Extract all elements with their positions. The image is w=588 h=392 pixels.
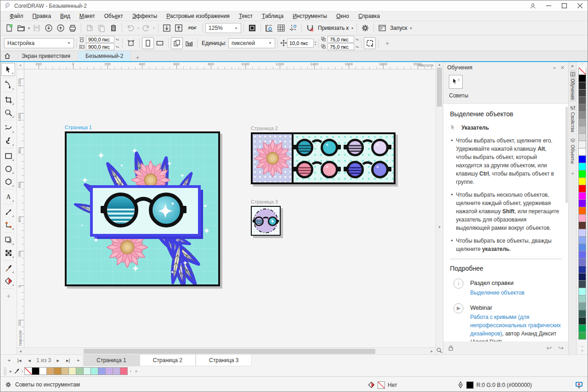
- account-icon[interactable]: [525, 0, 541, 11]
- launch-icon[interactable]: [376, 22, 388, 34]
- export-button[interactable]: [173, 22, 185, 34]
- launch-dropdown-caret[interactable]: ▾: [410, 26, 412, 30]
- docpal-expand[interactable]: »: [133, 369, 140, 374]
- tab-welcome-screen[interactable]: Экран приветствия: [14, 51, 78, 61]
- snap-to-label[interactable]: Привязать к: [318, 25, 349, 31]
- palette-color-swatch[interactable]: [578, 104, 586, 112]
- display-icon[interactable]: [575, 381, 583, 388]
- scroll-up-arrow[interactable]: ▴: [436, 62, 443, 67]
- palette-color-swatch[interactable]: [578, 119, 586, 126]
- tab-untitled-2[interactable]: Безымянный-2: [78, 51, 131, 61]
- palette-color-swatch[interactable]: [578, 199, 586, 207]
- save-button[interactable]: [31, 22, 43, 34]
- menu-item-2[interactable]: Правка: [28, 12, 56, 20]
- menu-item-9[interactable]: Таблица: [257, 12, 288, 20]
- document-palette-swatch[interactable]: [90, 367, 98, 375]
- palette-color-swatch[interactable]: [578, 185, 586, 193]
- save-to-cloud-button[interactable]: [55, 22, 67, 34]
- palette-color-swatch[interactable]: [578, 295, 586, 303]
- palette-color-swatch[interactable]: [578, 214, 586, 222]
- palette-scroll-up[interactable]: ⌃: [581, 63, 584, 68]
- docpal-scroll-right[interactable]: ›: [128, 369, 133, 374]
- docker-tab-properties[interactable]: Свойства: [570, 103, 576, 134]
- page-tab-2[interactable]: Страница 2: [140, 355, 196, 366]
- docpal-flyout[interactable]: ▸: [8, 369, 14, 374]
- polygon-tool[interactable]: [1, 175, 15, 188]
- palette-color-swatch[interactable]: [578, 332, 586, 340]
- nav-forward-icon[interactable]: ↪: [558, 344, 564, 352]
- menu-item-3[interactable]: Вид: [56, 12, 75, 20]
- publish-pdf-button[interactable]: PDF: [185, 22, 200, 34]
- text-tool[interactable]: A: [1, 190, 15, 203]
- docker-collapse-icon[interactable]: »: [553, 65, 556, 71]
- docker-scroll-thumb[interactable]: [565, 107, 568, 203]
- launch-label[interactable]: Запуск: [390, 25, 407, 31]
- first-page-button[interactable]: |◂: [14, 358, 24, 364]
- rectangle-tool[interactable]: [1, 149, 15, 162]
- vertical-scroll-thumb[interactable]: [437, 68, 442, 107]
- palette-color-swatch[interactable]: [578, 133, 586, 141]
- palette-color-swatch[interactable]: [578, 280, 586, 288]
- hints-pointer-button[interactable]: ?: [449, 75, 463, 89]
- outline-none-swatch[interactable]: [378, 381, 385, 389]
- show-grid-button[interactable]: [275, 22, 287, 34]
- palette-color-swatch[interactable]: [578, 111, 586, 119]
- document-palette-swatch[interactable]: [68, 367, 76, 375]
- document-palette-swatch[interactable]: [83, 367, 91, 375]
- palette-color-swatch[interactable]: [578, 222, 586, 229]
- import-button[interactable]: [161, 22, 173, 34]
- menu-item-11[interactable]: Окно: [332, 12, 354, 20]
- open-from-cloud-button[interactable]: [43, 22, 55, 34]
- add-page-button[interactable]: +: [4, 358, 14, 363]
- palette-color-swatch[interactable]: [578, 74, 586, 82]
- connector-tool[interactable]: [1, 218, 15, 231]
- open-button[interactable]: [15, 22, 27, 34]
- snap-dropdown-caret[interactable]: ▾: [351, 26, 353, 30]
- interactive-fill-tool[interactable]: [1, 274, 15, 287]
- home-icon[interactable]: [0, 51, 14, 61]
- menu-item-7[interactable]: Растровые изображения: [162, 12, 234, 20]
- menu-item-10[interactable]: Инструменты: [288, 12, 332, 20]
- docker-tab-learn[interactable]: Обучения: [570, 70, 576, 102]
- scroll-right-arrow[interactable]: ▸: [429, 349, 435, 353]
- menu-item-1[interactable]: Файл: [5, 12, 28, 20]
- page-tab-3[interactable]: Страница 3: [196, 355, 252, 366]
- menu-item-4[interactable]: Макет: [75, 12, 100, 20]
- paste-button[interactable]: [107, 22, 119, 34]
- more-tools-button[interactable]: +: [1, 290, 15, 302]
- lock-icon[interactable]: [448, 345, 454, 351]
- close-button[interactable]: [572, 0, 588, 11]
- menu-item-6[interactable]: Эффекты: [128, 12, 162, 20]
- palette-color-swatch[interactable]: [578, 288, 586, 295]
- all-pages-button[interactable]: [171, 37, 183, 49]
- palette-color-swatch[interactable]: [578, 141, 586, 148]
- document-palette-swatch[interactable]: [113, 367, 120, 375]
- scroll-left-arrow[interactable]: ◂: [17, 349, 24, 353]
- snap-off-button[interactable]: [304, 22, 316, 34]
- duplicate-y-field[interactable]: [328, 43, 354, 50]
- strip-expand-icon[interactable]: ▸: [572, 64, 574, 68]
- page2-artwork[interactable]: [251, 132, 396, 184]
- palette-color-swatch[interactable]: [578, 163, 586, 170]
- maximize-button[interactable]: [556, 0, 572, 11]
- palette-scroll-down[interactable]: ⌄: [581, 343, 584, 348]
- palette-color-swatch[interactable]: [578, 89, 586, 97]
- document-palette-swatch[interactable]: [61, 367, 69, 375]
- document-palette-swatch[interactable]: [32, 367, 40, 375]
- open-dropdown-caret[interactable]: ▾: [28, 26, 30, 30]
- nudge-spinner[interactable]: ▴▾: [315, 40, 316, 46]
- document-palette-swatch[interactable]: [39, 367, 47, 375]
- fullscreen-preview-button[interactable]: [246, 22, 258, 34]
- transparency-tool[interactable]: [1, 246, 15, 259]
- document-palette-swatch[interactable]: [120, 367, 128, 375]
- palette-color-swatch[interactable]: [578, 148, 586, 156]
- page3-artwork[interactable]: [251, 206, 281, 236]
- palette-color-swatch[interactable]: [578, 177, 586, 185]
- palette-color-swatch[interactable]: [578, 155, 586, 163]
- cut-button[interactable]: [84, 22, 96, 34]
- horizontal-scroll-thumb[interactable]: [84, 349, 375, 354]
- palette-color-swatch[interactable]: [578, 229, 586, 237]
- horizontal-ruler[interactable]: пиксели200020040060080010001200140016001…: [24, 62, 435, 69]
- autofit-page-button[interactable]: [125, 37, 137, 49]
- page-height-field[interactable]: [86, 43, 114, 50]
